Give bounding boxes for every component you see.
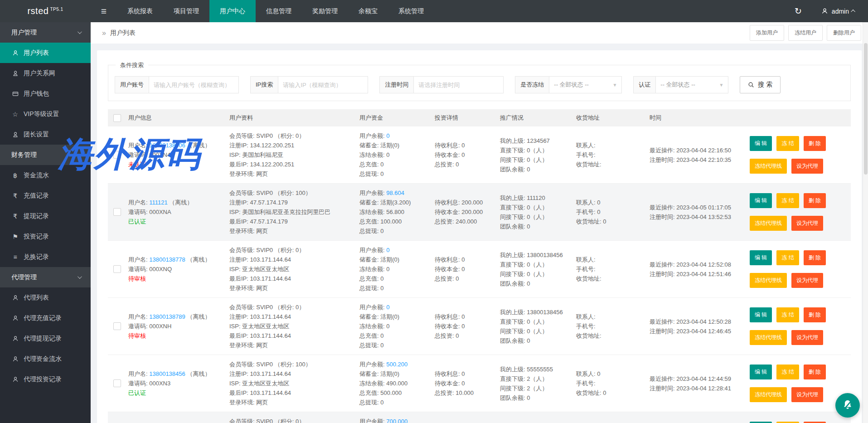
edit-button[interactable]: 编 辑	[750, 250, 772, 265]
sidebar-item-投资记录[interactable]: ⚑投资记录	[0, 226, 91, 247]
freeze-button[interactable]: 冻 结	[776, 250, 799, 265]
freeze-button[interactable]: 冻 结	[776, 365, 799, 379]
delete-button[interactable]: 删 除	[804, 193, 826, 208]
sidebar-item-代理投资记录[interactable]: 代理投资记录	[0, 369, 91, 389]
field-value: SVIP0 （积分: 0）	[256, 247, 305, 253]
edit-button[interactable]: 编 辑	[750, 136, 772, 151]
field-label: 待收本金:	[435, 266, 461, 272]
sidebar-item-代理列表[interactable]: 代理列表	[0, 287, 91, 308]
nav-item-项目管理[interactable]: 项目管理	[163, 0, 209, 22]
nav-item-系统报表[interactable]: 系统报表	[117, 0, 163, 22]
field-label: 储蓄金:	[359, 199, 380, 206]
hamburger-menu-icon[interactable]: ≡	[91, 0, 117, 22]
sidebar-item-用户关系网[interactable]: 用户关系网	[0, 63, 91, 83]
delete-button[interactable]: 删 除	[804, 307, 826, 322]
row-checkbox[interactable]	[113, 322, 121, 330]
notification-mute-fab[interactable]	[835, 393, 860, 418]
username-value[interactable]: 13800138006	[149, 142, 185, 149]
freeze-agent-line-button[interactable]: 冻结代理线	[750, 159, 787, 174]
user-icon	[11, 295, 19, 301]
field-value: 2023-04-04 12:28:41	[676, 385, 731, 392]
field-value: 240.000	[456, 218, 477, 225]
row-checkbox[interactable]	[113, 208, 121, 216]
scrollbar-thumb[interactable]	[864, 43, 868, 175]
username-value[interactable]: 13800138789	[149, 313, 185, 320]
account-input[interactable]	[149, 76, 239, 93]
set-agent-button[interactable]: 设为代理	[791, 159, 823, 174]
sidebar-group-用户管理[interactable]: 用户管理	[0, 22, 91, 43]
online-status: （离线）	[185, 256, 211, 263]
deposit-line: 储蓄金: 活期(0)	[359, 141, 435, 150]
username-value[interactable]: 111121	[149, 199, 168, 206]
ip-input[interactable]	[278, 76, 368, 93]
sidebar-item-团长设置[interactable]: 团长设置	[0, 124, 91, 145]
row-checkbox[interactable]	[113, 379, 121, 387]
register-ip-line: 注册IP: 103.171.144.64	[229, 312, 359, 321]
add-user-button[interactable]: 添加用户	[750, 25, 784, 41]
sidebar-item-资金流水[interactable]: ฿资金流水	[0, 165, 91, 185]
rupee-icon: ₹	[11, 192, 19, 199]
freeze-agent-line-button[interactable]: 冻结代理线	[750, 216, 787, 231]
sidebar-group-代理管理[interactable]: 代理管理	[0, 267, 91, 287]
freeze-user-button[interactable]: 冻结用户	[788, 25, 823, 41]
sidebar-item-提现记录[interactable]: ₹提现记录	[0, 206, 91, 226]
edit-button[interactable]: 编 辑	[750, 365, 772, 379]
logo-text: rsted	[27, 6, 48, 16]
upline-line: 我的上级: 55555555	[500, 365, 576, 374]
nav-item-信息管理[interactable]: 信息管理	[256, 0, 302, 22]
username-value[interactable]: 13800138456	[149, 370, 185, 377]
sidebar-item-兑换记录[interactable]: ≡兑换记录	[0, 247, 91, 267]
nav-item-奖励管理[interactable]: 奖励管理	[302, 0, 348, 22]
freeze-agent-line-button[interactable]: 冻结代理线	[750, 387, 787, 402]
sidebar-item-用户列表[interactable]: 用户列表	[0, 43, 91, 63]
nav-item-余额宝[interactable]: 余额宝	[348, 0, 388, 22]
freeze-button[interactable]: 冻 结	[776, 193, 799, 208]
freeze-button[interactable]: 冻 结	[776, 307, 799, 322]
user-list-card: 条件搜索 用户账号 IP搜索 注册时间 是否冻结	[97, 50, 862, 423]
set-agent-button[interactable]: 设为代理	[791, 330, 823, 345]
sidebar-item-代理充值记录[interactable]: 代理充值记录	[0, 308, 91, 328]
delete-button[interactable]: 删 除	[804, 250, 826, 265]
freeze-agent-line-button[interactable]: 冻结代理线	[750, 330, 787, 345]
field-value: 2023-04-04 22:16:50	[676, 147, 731, 154]
field-label: 总提现:	[359, 285, 380, 292]
set-agent-button[interactable]: 设为代理	[791, 273, 823, 288]
row-checkbox-cell	[108, 151, 128, 159]
sidebar-item-用户钱包[interactable]: 用户钱包	[0, 83, 91, 104]
sidebar-item-代理提现记录[interactable]: 代理提现记录	[0, 328, 91, 349]
vertical-scrollbar[interactable]	[863, 22, 868, 423]
field-value: 网页	[256, 228, 268, 234]
invite-code-line: 邀请码: 000XN3	[128, 379, 229, 388]
delete-button[interactable]: 删 除	[804, 365, 826, 379]
delete-button[interactable]: 删 除	[804, 136, 826, 151]
freeze-select[interactable]: -- 全部状态 -- ▼	[549, 76, 622, 93]
regtime-input[interactable]	[414, 76, 504, 93]
freeze-button[interactable]: 冻 结	[776, 136, 799, 151]
set-agent-button[interactable]: 设为代理	[791, 387, 823, 402]
field-label: ISP:	[229, 380, 242, 387]
set-agent-button[interactable]: 设为代理	[791, 216, 823, 231]
row-checkbox[interactable]	[113, 265, 121, 273]
field-label: 手机号:	[576, 151, 596, 158]
nav-item-用户中心[interactable]: 用户中心	[209, 0, 256, 22]
sidebar-group-财务管理[interactable]: 财务管理	[0, 145, 91, 165]
nav-item-系统管理[interactable]: 系统管理	[388, 0, 434, 22]
admin-menu[interactable]: admin	[811, 0, 868, 22]
refresh-icon[interactable]: ↻	[786, 0, 811, 22]
edit-button[interactable]: 编 辑	[750, 193, 772, 208]
sidebar-item-充值记录[interactable]: ₹充值记录	[0, 185, 91, 206]
sidebar-item-VIP等级设置[interactable]: ☆VIP等级设置	[0, 104, 91, 124]
select-all-checkbox[interactable]	[113, 114, 121, 122]
field-value: 490.000	[386, 380, 407, 387]
auth-select[interactable]: -- 全部状态 -- ▼	[656, 76, 728, 93]
username-value[interactable]: 13800138778	[149, 256, 185, 263]
field-label: 待收本金:	[435, 209, 461, 215]
delete-user-button[interactable]: 删除用户	[827, 25, 861, 41]
search-button[interactable]: 搜 索	[740, 76, 781, 93]
field-label: 间接下级:	[500, 328, 527, 335]
row-checkbox[interactable]	[113, 151, 121, 159]
edit-button[interactable]: 编 辑	[750, 307, 772, 322]
freeze-agent-line-button[interactable]: 冻结代理线	[750, 273, 787, 288]
pending-interest-line: 待收利息: 0	[435, 312, 500, 321]
sidebar-item-代理资金流水[interactable]: 代理资金流水	[0, 349, 91, 369]
